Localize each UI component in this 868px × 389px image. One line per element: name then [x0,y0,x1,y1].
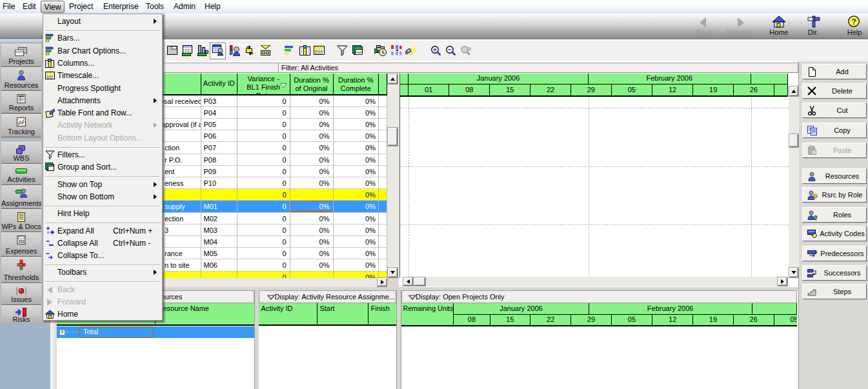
svg-text:?: ? [851,17,856,26]
